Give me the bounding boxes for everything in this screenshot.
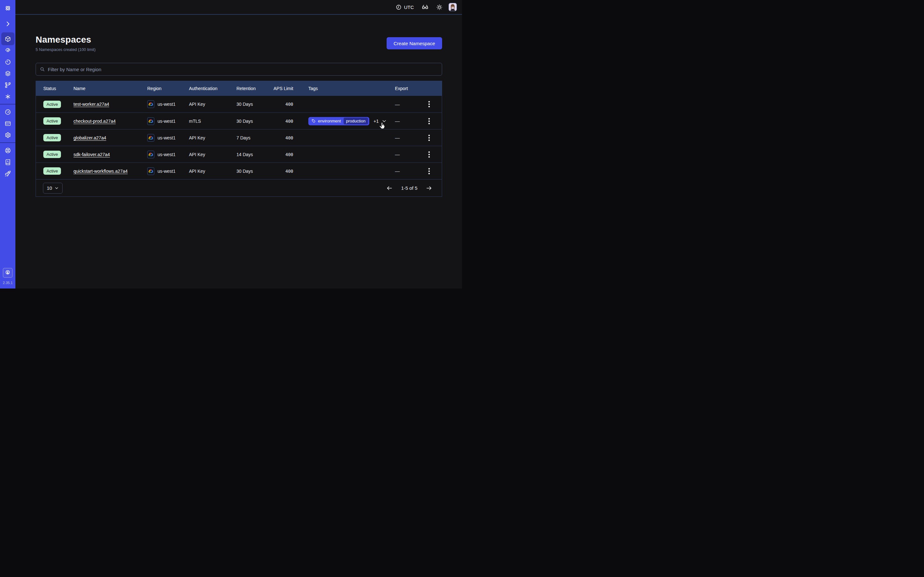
asterisk-icon (5, 93, 11, 100)
namespace-link[interactable]: checkout-prod.a27a4 (73, 119, 116, 124)
sidebar-item-docs[interactable] (0, 156, 15, 168)
tag-icon (312, 119, 316, 123)
row-actions-button[interactable] (426, 117, 432, 125)
row-actions-button[interactable] (426, 150, 432, 159)
avatar-image (449, 3, 457, 11)
export-status: — (395, 135, 421, 140)
chevron-down-icon (55, 186, 59, 190)
aps-limit-value: 400 (272, 152, 293, 157)
table-row[interactable]: Active checkout-prod.a27a4 us-west1 mTLS… (36, 113, 442, 129)
sidebar-item-namespaces[interactable] (0, 33, 15, 45)
namespace-link[interactable]: sdk-failover.a27a4 (73, 152, 110, 157)
credits-button[interactable] (3, 268, 13, 277)
kebab-icon (428, 118, 430, 124)
auth-method: API Key (189, 135, 236, 140)
aps-limit-value: 400 (272, 119, 293, 124)
labs-toggle-button[interactable] (422, 3, 429, 11)
sidebar-item-billing[interactable] (0, 118, 15, 129)
row-actions-button[interactable] (426, 100, 432, 108)
tags-expand-chevron[interactable] (382, 119, 387, 123)
page-size-value: 10 (47, 185, 52, 191)
namespace-link[interactable]: globalizer.a27a4 (73, 135, 106, 140)
namespace-link[interactable]: quickstart-workflows.a27a4 (73, 169, 128, 174)
table-row[interactable]: Active globalizer.a27a4 us-west1 API Key… (36, 129, 442, 146)
tag-pill[interactable]: environment production (309, 117, 369, 125)
timezone-button[interactable]: UTC (396, 4, 414, 10)
sidebar-item-schedules[interactable] (0, 56, 15, 68)
col-header-export: Export (395, 86, 421, 91)
col-header-authentication: Authentication (189, 86, 236, 91)
auth-method: mTLS (189, 119, 236, 124)
row-actions-button[interactable] (426, 167, 432, 175)
user-avatar[interactable] (449, 3, 457, 11)
table-row[interactable]: Active test-worker.a27a4 us-west1 API Ke… (36, 96, 442, 113)
status-badge: Active (43, 134, 61, 141)
tags-cell: environment production +1 (293, 117, 395, 125)
kebab-icon (428, 101, 430, 107)
branch-icon (5, 82, 11, 89)
retention-value: 30 Days (236, 119, 272, 124)
sidebar-item-support[interactable] (0, 145, 15, 156)
timer-icon (5, 59, 11, 65)
sidebar-item-batch-operations[interactable] (0, 91, 15, 102)
gcp-icon (147, 100, 154, 108)
retention-value: 30 Days (236, 169, 272, 174)
sidebar-item-workflows[interactable] (0, 45, 15, 56)
sidebar-divider (0, 142, 15, 143)
badge-dollar-icon (5, 269, 11, 276)
row-actions-button[interactable] (426, 134, 432, 142)
gcp-icon (147, 134, 154, 142)
pagination-range: 1-5 of 5 (401, 185, 417, 191)
region-label: us-west1 (158, 169, 176, 174)
glasses-icon (422, 3, 429, 11)
kebab-icon (428, 151, 430, 158)
table-row[interactable]: Active sdk-failover.a27a4 us-west1 API K… (36, 146, 442, 163)
col-header-region: Region (147, 86, 189, 91)
sidebar-item-usage[interactable] (0, 106, 15, 118)
status-badge: Active (43, 117, 61, 125)
status-badge: Active (43, 151, 61, 158)
kebab-icon (428, 168, 430, 174)
col-header-name: Name (73, 86, 147, 91)
sidebar: 2.35.1 (0, 0, 15, 288)
prev-page-button[interactable] (386, 185, 393, 191)
auth-method: API Key (189, 152, 236, 157)
create-namespace-button[interactable]: Create Namespace (387, 37, 442, 49)
export-status: — (395, 168, 421, 174)
theme-toggle-button[interactable] (436, 3, 443, 11)
namespaces-table: Status Name Region Authentication Retent… (36, 81, 442, 197)
tag-value: production (344, 118, 368, 124)
sidebar-item-deployments[interactable] (0, 68, 15, 79)
gcp-icon (147, 167, 154, 175)
auth-method: API Key (189, 169, 236, 174)
filter-input[interactable] (48, 67, 438, 72)
page-title-block: Namespaces 5 Namespaces created (100 lim… (36, 35, 95, 53)
sidebar-divider (0, 104, 15, 105)
page-size-select[interactable]: 10 (43, 183, 63, 193)
table-row[interactable]: Active quickstart-workflows.a27a4 us-wes… (36, 163, 442, 179)
col-header-aps-limit: APS Limit (272, 86, 293, 91)
sidebar-item-getting-started[interactable] (0, 168, 15, 179)
sidebar-item-settings[interactable] (0, 129, 15, 141)
card-icon (5, 120, 11, 127)
region-label: us-west1 (158, 135, 176, 140)
main-column: UTC (15, 0, 462, 288)
lifebuoy-icon (5, 147, 11, 154)
chevron-down-icon (382, 119, 387, 123)
clock-icon (396, 4, 402, 10)
sidebar-item-nexus[interactable] (0, 79, 15, 91)
timezone-label: UTC (404, 5, 414, 10)
cube-icon (5, 35, 11, 42)
page-subtitle: 5 Namespaces created (100 limit) (36, 47, 95, 53)
col-header-status: Status (43, 86, 73, 91)
sidebar-nav-main (0, 33, 15, 102)
sidebar-expand-button[interactable] (0, 20, 15, 27)
namespace-link[interactable]: test-worker.a27a4 (73, 102, 109, 107)
next-page-button[interactable] (426, 185, 432, 191)
content: Namespaces 5 Namespaces created (100 lim… (15, 15, 462, 288)
col-header-retention: Retention (236, 86, 272, 91)
region-label: us-west1 (158, 152, 176, 157)
region-label: us-west1 (158, 119, 176, 124)
filter-bar[interactable] (36, 63, 442, 76)
temporal-logo-icon[interactable] (0, 3, 15, 13)
